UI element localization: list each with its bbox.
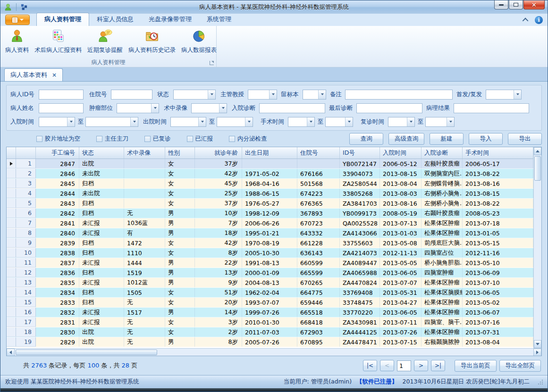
ribbon-button-3[interactable]: 近期复诊提醒 xyxy=(84,27,126,56)
info-icon[interactable]: i xyxy=(535,16,543,24)
filter-combo-手术时间[interactable] xyxy=(288,117,315,127)
filter-combo-状态[interactable] xyxy=(173,90,216,100)
combo-dropdown-icon[interactable] xyxy=(447,117,454,126)
combo-dropdown-icon[interactable] xyxy=(208,90,215,99)
table-row[interactable]: 152833归档无女20岁1993-07-0765944633748475201… xyxy=(7,298,533,308)
table-row[interactable]: 122836归档1519男13岁2000-01-09665599ZA406598… xyxy=(7,268,533,278)
vertical-scrollbar-thumb[interactable] xyxy=(534,156,541,181)
ribbon-tab-4[interactable]: 系统管理 xyxy=(199,13,239,26)
document-tab[interactable]: 病人基本资料 × xyxy=(4,68,63,81)
table-row[interactable]: 162832未汇报1517男14岁1999-07-266655183377022… xyxy=(7,308,533,317)
combo-dropdown-icon[interactable] xyxy=(219,104,227,113)
combo-dropdown-icon[interactable] xyxy=(307,117,314,126)
table-row[interactable]: 62842归档无男10岁1998-12-09367893YB0099173200… xyxy=(7,209,533,218)
filter-combo-首发/复发[interactable] xyxy=(486,90,522,100)
combo-dropdown-icon[interactable] xyxy=(130,117,138,126)
filter-input-病人姓名[interactable] xyxy=(39,103,84,113)
checkbox-内分泌检查[interactable]: 内分泌检查 xyxy=(229,135,267,143)
table-row[interactable]: 92839归档1472女42岁1970-08-19661228337556032… xyxy=(7,238,533,248)
table-row[interactable]: 32845归档女45岁1968-04-16501568ZA25805442013… xyxy=(7,179,533,189)
checkbox-胶片地址为空[interactable]: 胶片地址为空 xyxy=(36,135,80,143)
checkbox-已复诊[interactable]: 已复诊 xyxy=(144,135,171,143)
scroll-up-icon[interactable] xyxy=(534,147,541,155)
close-button[interactable]: ✕ xyxy=(523,0,545,9)
table-row[interactable]: 132835未汇报1012蓝男9岁2004-08-13670265ZA44708… xyxy=(7,278,533,288)
previous-page-button[interactable]: < xyxy=(380,360,394,371)
column-header-入院时间[interactable]: 入院时间 xyxy=(380,147,422,158)
ribbon-tab-1[interactable]: 病人资料管理 xyxy=(36,13,89,26)
filter-input-病理结果[interactable] xyxy=(454,103,529,113)
collapse-ribbon-icon[interactable] xyxy=(523,18,529,24)
action-button-导入[interactable]: 导入 xyxy=(469,133,503,145)
minimize-button[interactable] xyxy=(494,0,508,9)
table-row[interactable]: 42844未出院女25岁1988-06-15674223338052682013… xyxy=(7,189,533,199)
filter-combo-复诊时间[interactable] xyxy=(388,117,415,127)
resize-grip-icon[interactable] xyxy=(538,380,543,384)
table-row[interactable]: 192829出院无男8岁2005-07-26670895ZA4478471201… xyxy=(7,337,533,347)
ribbon-tab-3[interactable]: 光盘录像带管理 xyxy=(141,13,199,26)
filter-combo-出院时间[interactable] xyxy=(170,117,206,127)
quick-access-grid-icon[interactable] xyxy=(21,4,27,10)
column-header-手术时间[interactable]: 手术时间 xyxy=(463,147,533,158)
table-row[interactable]: 142834归档1505女51岁1962-02-0466477533769408… xyxy=(7,288,533,298)
maximize-button[interactable] xyxy=(509,0,523,9)
column-header-状态[interactable]: 状态 xyxy=(79,147,124,158)
table-row[interactable]: 102838归档1110女8岁2005-10-30636143ZA4214073… xyxy=(7,248,533,258)
action-button-新建[interactable]: 新建 xyxy=(430,133,464,145)
combo-dropdown-icon[interactable] xyxy=(269,90,277,99)
table-row[interactable]: 72841未汇报1036蓝男7岁2006-06-26670723QA002552… xyxy=(7,218,533,228)
table-row[interactable]: 112837未汇报1444男22岁1991-08-13660599ZA40894… xyxy=(7,258,533,268)
column-header-性别[interactable]: 性别 xyxy=(165,147,195,158)
vertical-scrollbar[interactable] xyxy=(533,147,541,348)
column-header-手工编号[interactable]: 手工编号 xyxy=(36,147,79,158)
filter-combo-至[interactable] xyxy=(425,117,455,127)
table-row[interactable]: 82840未汇报有男18岁1995-01-21643332ZA414306620… xyxy=(7,228,533,238)
dialog-launcher-icon[interactable] xyxy=(210,61,214,65)
export-all-pages-button[interactable]: 导出全部页 xyxy=(499,360,541,372)
action-button-查询[interactable]: 查询 xyxy=(349,133,383,145)
registration-status-link[interactable]: 【软件已注册】 xyxy=(356,378,398,386)
column-header-住院号[interactable]: 住院号 xyxy=(297,147,340,158)
column-header-出生日期[interactable]: 出生日期 xyxy=(242,147,297,158)
combo-dropdown-icon[interactable] xyxy=(345,117,353,126)
horizontal-scrollbar-thumb[interactable] xyxy=(16,350,157,355)
filter-input-最后诊断[interactable] xyxy=(356,103,422,113)
action-button-高级查询[interactable]: 高级查询 xyxy=(388,133,424,145)
combo-dropdown-icon[interactable] xyxy=(514,90,521,99)
table-row[interactable]: 182830出院无女2岁2011-07-03672903ZA4444125201… xyxy=(7,327,533,337)
filter-combo-入院时间[interactable] xyxy=(39,117,75,127)
checkbox-已汇报[interactable]: 已汇报 xyxy=(187,135,213,143)
filter-combo-留标本[interactable] xyxy=(303,90,326,100)
column-header-ID号[interactable]: ID号 xyxy=(340,147,380,158)
column-header-入院诊断[interactable]: 入院诊断 xyxy=(422,147,463,158)
filter-combo-至[interactable] xyxy=(325,117,353,127)
action-button-导出[interactable]: 导出 xyxy=(508,133,542,145)
combo-dropdown-icon[interactable] xyxy=(151,104,159,113)
table-row[interactable]: 12847出院女37岁YB00721472006-05-12左额叶胶质瘤2006… xyxy=(7,159,533,169)
application-menu-button[interactable] xyxy=(5,15,30,25)
combo-dropdown-icon[interactable] xyxy=(318,90,326,99)
first-page-button[interactable]: |< xyxy=(363,360,377,371)
ribbon-button-1[interactable]: 病人资料 xyxy=(2,27,32,56)
scroll-left-icon[interactable] xyxy=(7,349,15,356)
ribbon-button-4[interactable]: 病人资料历史记录 xyxy=(126,27,178,56)
ribbon-button-2[interactable]: 术后病人汇报资料 xyxy=(32,27,84,56)
page-number-input[interactable] xyxy=(397,360,411,371)
ribbon-button-5[interactable]: 病人数据报表 xyxy=(178,27,219,56)
next-page-button[interactable]: > xyxy=(414,360,428,371)
filter-input-住院号[interactable] xyxy=(111,90,152,100)
table-row[interactable]: 52843归档女37岁1976-05-27676365ZA38417032013… xyxy=(7,199,533,209)
last-page-button[interactable]: >| xyxy=(431,360,445,371)
combo-dropdown-icon[interactable] xyxy=(245,117,253,126)
horizontal-scrollbar[interactable] xyxy=(7,348,541,356)
combo-dropdown-icon[interactable] xyxy=(67,117,75,126)
ribbon-tab-2[interactable]: 科室人员信息 xyxy=(89,13,141,26)
filter-input-备注[interactable] xyxy=(345,90,453,100)
column-header-术中录像[interactable]: 术中录像 xyxy=(124,147,165,158)
scroll-right-icon[interactable] xyxy=(533,349,541,356)
combo-dropdown-icon[interactable] xyxy=(198,117,206,126)
filter-input-病人ID号[interactable] xyxy=(39,90,84,100)
tab-close-icon[interactable]: × xyxy=(52,72,57,78)
table-row[interactable]: 172831未汇报无女3岁2010-01-30668418ZA343098120… xyxy=(7,317,533,327)
filter-combo-至[interactable] xyxy=(85,117,138,127)
